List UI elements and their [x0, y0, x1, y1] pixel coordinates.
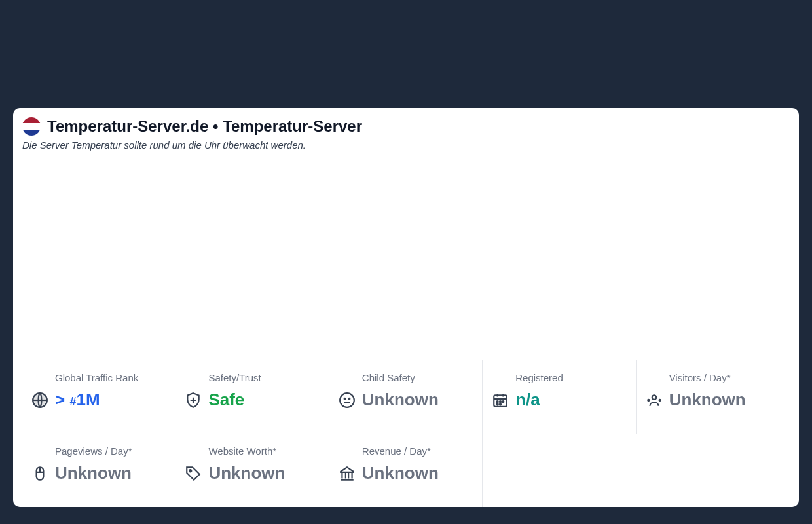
stat-value: Unknown	[362, 390, 439, 410]
svg-point-9	[497, 403, 498, 405]
stat-value: Unknown	[669, 390, 746, 410]
title-name: Temperatur-Server	[223, 117, 362, 135]
stat-label: Visitors / Day*	[669, 372, 781, 383]
stat-label: Safety/Trust	[208, 372, 319, 383]
stat-value: Safe	[208, 390, 244, 410]
mouse-icon	[31, 465, 48, 482]
title-separator: •	[213, 117, 218, 135]
svg-point-10	[500, 403, 501, 405]
stat-label: Global Traffic Rank	[55, 372, 166, 383]
stat-worth: Website Worth* Unknown	[175, 434, 329, 507]
bank-icon	[339, 465, 356, 482]
svg-point-6	[497, 401, 498, 402]
flag-icon	[22, 117, 41, 136]
face-icon	[339, 392, 356, 409]
stat-pageviews: Pageviews / Day* Unknown	[22, 434, 175, 507]
svg-point-7	[500, 401, 501, 402]
stat-label: Revenue / Day*	[362, 445, 473, 457]
svg-point-1	[33, 393, 47, 407]
svg-point-3	[344, 398, 345, 399]
svg-point-11	[652, 395, 656, 400]
stat-visitors: Visitors / Day* Unknown	[637, 360, 790, 434]
stats-grid: Global Traffic Rank > #1M	[22, 360, 790, 507]
stat-value: Unknown	[55, 463, 132, 483]
svg-point-4	[348, 398, 350, 399]
card-header: Temperatur-Server.de • Temperatur-Server	[22, 117, 790, 136]
page-title: Temperatur-Server.de • Temperatur-Server	[47, 117, 362, 136]
svg-point-8	[502, 401, 504, 402]
stat-label: Child Safety	[362, 372, 473, 383]
stat-value: Unknown	[362, 463, 439, 483]
svg-point-15	[189, 470, 191, 472]
users-icon	[646, 392, 663, 409]
stat-label: Registered	[515, 372, 626, 383]
info-card: Temperatur-Server.de • Temperatur-Server…	[13, 108, 799, 507]
stat-label: Website Worth*	[208, 445, 319, 457]
svg-point-13	[659, 399, 660, 400]
stat-value: > #1M	[55, 390, 100, 410]
svg-point-12	[648, 399, 649, 400]
stat-child-safety: Child Safety Unknown	[329, 360, 483, 434]
stat-revenue: Revenue / Day* Unknown	[329, 434, 483, 507]
stat-safety: Safety/Trust Safe	[175, 360, 329, 434]
stat-registered: Registered n/a	[483, 360, 636, 434]
svg-point-2	[340, 393, 354, 407]
globe-icon	[31, 392, 48, 409]
stat-global-rank: Global Traffic Rank > #1M	[22, 360, 175, 434]
calendar-icon	[492, 392, 509, 409]
title-domain: Temperatur-Server.de	[47, 117, 208, 135]
page-subtitle: Die Server Temperatur sollte rund um die…	[22, 140, 790, 151]
ad-spacer	[22, 151, 790, 360]
shield-icon	[185, 392, 202, 409]
stat-value: n/a	[515, 390, 540, 410]
stat-label: Pageviews / Day*	[55, 445, 166, 457]
stat-value: Unknown	[208, 463, 285, 483]
tag-icon	[185, 465, 202, 482]
